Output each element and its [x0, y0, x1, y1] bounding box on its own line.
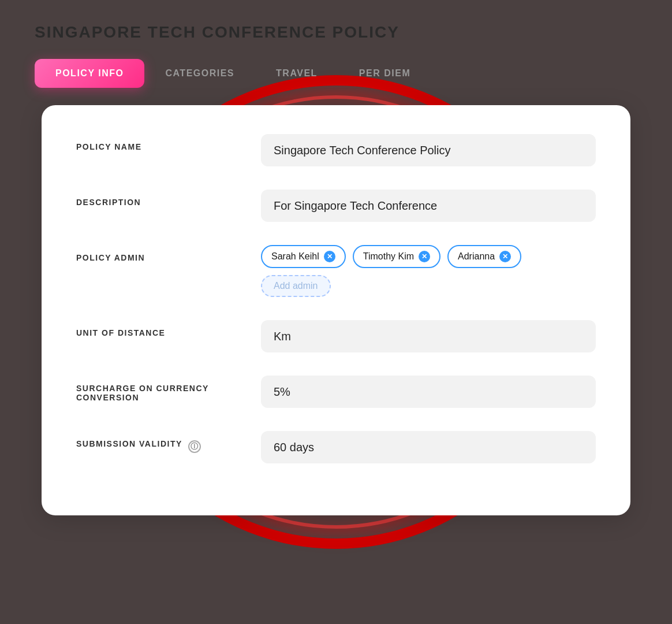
remove-icon-timothy[interactable]: ✕: [419, 251, 430, 262]
admin-name-adrianna: Adrianna: [458, 251, 495, 262]
unit-of-distance-value[interactable]: Km: [261, 320, 596, 352]
admin-tag-adrianna[interactable]: Adrianna ✕: [447, 245, 521, 268]
form-row-unit-of-distance: UNIT OF DISTANCE Km: [76, 320, 596, 352]
admin-name-timothy: Timothy Kim: [363, 251, 414, 262]
admin-tag-timothy[interactable]: Timothy Kim ✕: [353, 245, 440, 268]
form-row-policy-name: POLICY NAME Singapore Tech Conference Po…: [76, 134, 596, 166]
surcharge-label: SURCHARGE ON CURRENCY CONVERSION: [76, 376, 238, 402]
description-value[interactable]: For Singapore Tech Conference: [261, 190, 596, 222]
description-label: DESCRIPTION: [76, 190, 238, 207]
surcharge-value[interactable]: 5%: [261, 376, 596, 408]
tabs-row: POLICY INFO CATEGORIES TRAVEL PER DIEM: [35, 59, 637, 88]
page-wrapper: SINGAPORE TECH CONFERENCE POLICY POLICY …: [0, 0, 672, 624]
policy-form-card: POLICY NAME Singapore Tech Conference Po…: [42, 105, 630, 515]
tab-policy-info[interactable]: POLICY INFO: [35, 59, 144, 88]
tab-travel[interactable]: TRAVEL: [255, 59, 338, 88]
tab-categories[interactable]: CATEGORIES: [144, 59, 255, 88]
form-row-surcharge: SURCHARGE ON CURRENCY CONVERSION 5%: [76, 376, 596, 408]
submission-validity-value[interactable]: 60 days: [261, 431, 596, 463]
policy-name-value[interactable]: Singapore Tech Conference Policy: [261, 134, 596, 166]
form-row-policy-admin: POLICY ADMIN Sarah Keihl ✕ Timothy Kim ✕…: [76, 245, 596, 297]
page-title: SINGAPORE TECH CONFERENCE POLICY: [35, 23, 637, 42]
tab-per-diem[interactable]: PER DIEM: [338, 59, 431, 88]
submission-validity-info-icon[interactable]: ⓘ: [188, 440, 201, 453]
policy-admin-label: POLICY ADMIN: [76, 245, 238, 262]
unit-of-distance-label: UNIT OF DISTANCE: [76, 320, 238, 337]
add-admin-button[interactable]: Add admin: [261, 275, 331, 297]
admin-area: Sarah Keihl ✕ Timothy Kim ✕ Adrianna ✕ A…: [261, 245, 596, 297]
remove-icon-adrianna[interactable]: ✕: [499, 251, 511, 262]
policy-name-label: POLICY NAME: [76, 134, 238, 151]
remove-icon-sarah[interactable]: ✕: [324, 251, 335, 262]
admin-name-sarah: Sarah Keihl: [271, 251, 319, 262]
submission-validity-label: SUBMISSION VALIDITY ⓘ: [76, 431, 238, 453]
admin-tag-sarah[interactable]: Sarah Keihl ✕: [261, 245, 346, 268]
form-row-submission-validity: SUBMISSION VALIDITY ⓘ 60 days: [76, 431, 596, 463]
form-row-description: DESCRIPTION For Singapore Tech Conferenc…: [76, 190, 596, 222]
